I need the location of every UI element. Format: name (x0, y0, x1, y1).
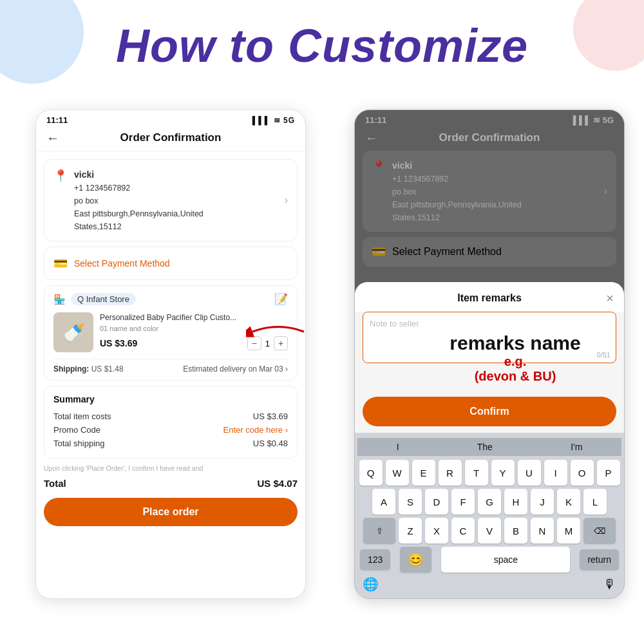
page-title: How to Customize (0, 19, 644, 72)
key-h[interactable]: H (504, 489, 527, 515)
total-row: Total US $4.07 (44, 478, 298, 489)
key-f[interactable]: F (451, 489, 475, 515)
keyboard-row-3: ⇧ Z X C V B N M ⌫ (357, 518, 621, 544)
keyboard-suggestions: I The I'm (357, 438, 621, 456)
numbers-key[interactable]: 123 (360, 549, 390, 570)
key-t[interactable]: T (465, 460, 488, 486)
key-k[interactable]: K (557, 489, 580, 515)
space-key[interactable]: space (441, 547, 570, 573)
key-z[interactable]: Z (399, 518, 422, 544)
key-e[interactable]: E (412, 460, 435, 486)
modal-char-count: 0/51 (597, 351, 611, 359)
return-key[interactable]: return (580, 549, 619, 570)
annotation-example: (devon & BU) (406, 369, 624, 384)
total-shipping-label: Total shipping (53, 439, 105, 448)
location-icon: 📍 (53, 169, 68, 183)
summary-shipping: Total shipping US $0.48 (53, 437, 288, 450)
key-v[interactable]: V (478, 518, 501, 544)
confirm-button[interactable]: Confirm (363, 397, 616, 426)
right-phone-screen: 11:11 ▌▌▌ ≋ 5G ← Order Confirmation 📍 vi… (354, 109, 625, 599)
mic-key[interactable]: 🎙 (603, 577, 616, 592)
suggestion-the[interactable]: The (477, 442, 493, 452)
left-nav-bar: ← Order Confirmation (36, 128, 305, 151)
address-name: vicki (74, 167, 204, 182)
note-to-seller-icon[interactable]: 📝 (274, 292, 288, 306)
left-phone-screen: 11:11 ▌▌▌ ≋ 5G ← Order Confirmation 📍 vi… (35, 109, 306, 599)
shipping-label-text: Shipping: (53, 365, 89, 374)
disclaimer: Upon clicking 'Place Order', I confirm I… (44, 464, 298, 474)
key-l[interactable]: L (583, 489, 607, 515)
store-header: 🏪 Q Infant Store 📝 (53, 292, 288, 306)
key-r[interactable]: R (439, 460, 462, 486)
key-w[interactable]: W (386, 460, 409, 486)
address-info: vicki +1 1234567892 po box East pittsbur… (74, 167, 204, 233)
promo-value: Enter code here › (223, 425, 288, 435)
left-status-bar: 11:11 ▌▌▌ ≋ 5G (36, 110, 305, 128)
key-s[interactable]: S (399, 489, 422, 515)
key-q[interactable]: Q (359, 460, 383, 486)
left-back-button[interactable]: ← (46, 131, 59, 146)
summary-promo[interactable]: Promo Code Enter code here › (53, 423, 288, 437)
address-phone: +1 1234567892 (74, 182, 204, 194)
address-chevron: › (285, 194, 288, 206)
key-b[interactable]: B (504, 518, 527, 544)
total-items-label: Total item costs (53, 412, 111, 421)
product-price: US $3.69 (100, 338, 137, 348)
keyboard-extra-row: 🌐 🎙 (357, 575, 621, 596)
product-image: 🍼 (53, 312, 93, 352)
key-i[interactable]: I (544, 460, 567, 486)
key-x[interactable]: X (425, 518, 448, 544)
summary-title: Summary (53, 394, 288, 404)
place-order-button[interactable]: Place order (44, 498, 298, 526)
suggestion-i[interactable]: I (397, 442, 399, 452)
key-p[interactable]: P (597, 460, 620, 486)
red-arrow-annotation (246, 319, 310, 345)
delivery-estimate: Estimated delivery on Mar 03 › (183, 365, 288, 374)
payment-method-row[interactable]: 💳 Select Payment Method (44, 247, 298, 280)
modal-placeholder: Note to seller (370, 319, 609, 328)
key-d[interactable]: D (425, 489, 448, 515)
store-name-row: 🏪 Q Infant Store (53, 293, 136, 305)
keyboard: I The I'm Q W E R T Y U I O P A S D (355, 433, 624, 598)
key-g[interactable]: G (478, 489, 501, 515)
shipping-label: Shipping: US $1.48 (53, 365, 124, 374)
store-icon: 🏪 (53, 294, 66, 305)
address-card[interactable]: 📍 vicki +1 1234567892 po box East pittsb… (44, 159, 298, 242)
address-left: 📍 vicki +1 1234567892 po box East pittsb… (53, 167, 204, 233)
payment-icon: 💳 (53, 256, 68, 270)
key-c[interactable]: C (451, 518, 475, 544)
payment-label: Select Payment Method (74, 258, 170, 269)
total-shipping-value: US $0.48 (253, 439, 288, 448)
suggestion-im[interactable]: I'm (571, 442, 582, 452)
modal-input-area[interactable]: Note to seller 0/51 (363, 312, 616, 363)
modal-header: Item remarks × (355, 282, 624, 312)
address-line1: po box (74, 194, 204, 207)
address-line2: East pittsburgh,Pennsylvania,United (74, 207, 204, 220)
key-o[interactable]: O (571, 460, 594, 486)
address-line3: States,15112 (74, 220, 204, 233)
shipping-cost: US $1.48 (91, 365, 124, 374)
backspace-key[interactable]: ⌫ (583, 518, 616, 544)
left-status-icons: ▌▌▌ ≋ 5G (252, 116, 295, 125)
key-a[interactable]: A (372, 489, 395, 515)
emoji-key[interactable]: 😊 (400, 547, 431, 573)
globe-key[interactable]: 🌐 (363, 576, 379, 592)
total-value: US $4.07 (257, 478, 298, 489)
key-u[interactable]: U (518, 460, 541, 486)
key-j[interactable]: J (531, 489, 554, 515)
summary-total-items: Total item costs US $3.69 (53, 410, 288, 423)
key-y[interactable]: Y (491, 460, 515, 486)
left-order-confirmation-title: Order Confirmation (120, 131, 222, 144)
key-n[interactable]: N (531, 518, 554, 544)
shift-key[interactable]: ⇧ (363, 518, 395, 544)
key-m[interactable]: M (557, 518, 580, 544)
shipping-row: Shipping: US $1.48 Estimated delivery on… (53, 359, 288, 374)
modal-close-button[interactable]: × (606, 291, 614, 306)
keyboard-row-1: Q W E R T Y U I O P (357, 460, 621, 486)
keyboard-bottom-row: 123 😊 space return (357, 547, 621, 575)
item-remarks-modal: Item remarks × Note to seller 0/51 remar… (355, 282, 624, 598)
promo-label: Promo Code (53, 425, 100, 435)
total-label: Total (44, 478, 66, 489)
summary-section: Summary Total item costs US $3.69 Promo … (44, 386, 298, 459)
keyboard-row-2: A S D F G H J K L (357, 489, 621, 515)
